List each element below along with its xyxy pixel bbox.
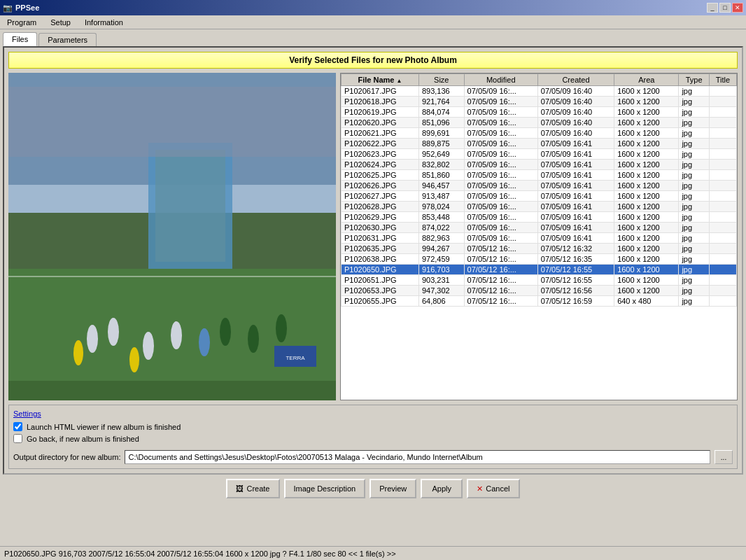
table-cell [709, 233, 736, 244]
table-row[interactable]: P1020620.JPG851,09607/05/09 16:...07/05/… [342, 118, 737, 128]
table-row[interactable]: P1020623.JPG952,64907/05/09 16:...07/05/… [342, 149, 737, 160]
svg-point-16 [276, 314, 287, 342]
table-cell [709, 202, 736, 212]
menu-information[interactable]: Information [80, 18, 127, 27]
table-cell: P1020655.JPG [342, 296, 419, 307]
col-modified[interactable]: Modified [464, 74, 537, 86]
checkbox-row-2: Go back, if new album is finished [13, 434, 733, 443]
table-cell: 1600 x 1200 [614, 181, 679, 191]
table-row[interactable]: P1020635.JPG994,26707/05/12 16:...07/05/… [342, 244, 737, 254]
svg-rect-20 [8, 381, 336, 400]
apply-button[interactable]: Apply [421, 479, 463, 498]
table-cell [709, 170, 736, 181]
close-button[interactable]: ✕ [732, 3, 743, 13]
table-cell: jpg [679, 128, 710, 139]
table-row[interactable]: P1020630.JPG874,02207/05/09 16:...07/05/… [342, 223, 737, 233]
table-cell: P1020628.JPG [342, 202, 419, 212]
preview-button[interactable]: Preview [370, 479, 416, 498]
svg-rect-5 [155, 150, 225, 262]
image-description-button[interactable]: Image Description [284, 479, 366, 498]
svg-text:TERRA: TERRA [286, 355, 305, 361]
table-cell: jpg [679, 86, 710, 97]
table-row[interactable]: P1020629.JPG853,44807/05/09 16:...07/05/… [342, 212, 737, 223]
table-row[interactable]: P1020626.JPG946,45707/05/09 16:...07/05/… [342, 181, 737, 191]
table-cell: 1600 x 1200 [614, 107, 679, 118]
table-cell: jpg [679, 286, 710, 296]
table-header-row: File Name ▲ Size Modified Created Area T… [342, 74, 737, 86]
launch-html-checkbox[interactable] [13, 422, 22, 431]
table-cell: 07/05/09 16:... [464, 128, 537, 139]
col-title[interactable]: Title [709, 74, 736, 86]
col-size[interactable]: Size [418, 74, 464, 86]
table-row[interactable]: P1020617.JPG893,13607/05/09 16:...07/05/… [342, 86, 737, 97]
output-dir-input[interactable] [125, 450, 710, 464]
table-cell: 07/05/09 16:40 [537, 86, 614, 97]
col-area[interactable]: Area [614, 74, 679, 86]
tab-parameters[interactable]: Parameters [38, 33, 97, 46]
table-row[interactable]: P1020650.JPG916,70307/05/12 16:...07/05/… [342, 265, 737, 275]
table-cell: 1600 x 1200 [614, 223, 679, 233]
table-cell: 07/05/09 16:40 [537, 107, 614, 118]
svg-point-11 [199, 328, 210, 356]
table-cell: P1020621.JPG [342, 128, 419, 139]
table-cell: jpg [679, 160, 710, 170]
table-cell: 07/05/12 16:... [464, 265, 537, 275]
table-row[interactable]: P1020638.JPG972,45907/05/12 16:...07/05/… [342, 254, 737, 265]
menu-setup[interactable]: Setup [46, 18, 75, 27]
minimize-button[interactable]: _ [707, 3, 718, 13]
checkbox-row-1: Launch HTML viewer if new album is finis… [13, 422, 733, 431]
create-button[interactable]: 🖼 Create [226, 479, 279, 498]
settings-title[interactable]: Settings [13, 410, 733, 418]
output-dir-row: Output directory for new album: ... [13, 450, 733, 464]
table-cell: jpg [679, 139, 710, 149]
table-row[interactable]: P1020628.JPG978,02407/05/09 16:...07/05/… [342, 202, 737, 212]
table-cell: 07/05/12 16:... [464, 244, 537, 254]
table-cell: jpg [679, 223, 710, 233]
tab-files[interactable]: Files [3, 32, 37, 46]
table-cell: jpg [679, 244, 710, 254]
table-cell: 1600 x 1200 [614, 254, 679, 265]
table-row[interactable]: P1020631.JPG882,96307/05/09 16:...07/05/… [342, 233, 737, 244]
browse-button[interactable]: ... [715, 450, 733, 464]
file-table-container[interactable]: File Name ▲ Size Modified Created Area T… [340, 73, 738, 400]
button-bar: 🖼 Create Image Description Preview Apply… [0, 475, 746, 503]
table-row[interactable]: P1020627.JPG913,48707/05/09 16:...07/05/… [342, 191, 737, 202]
table-cell [709, 86, 736, 97]
table-row[interactable]: P1020624.JPG832,80207/05/09 16:...07/05/… [342, 160, 737, 170]
table-cell: 899,691 [418, 128, 464, 139]
svg-point-9 [143, 332, 154, 360]
col-type[interactable]: Type [679, 74, 710, 86]
table-cell: 1600 x 1200 [614, 212, 679, 223]
title-bar: 📷 PPSee _ □ ✕ [0, 0, 746, 15]
table-row[interactable]: P1020651.JPG903,23107/05/12 16:...07/05/… [342, 275, 737, 286]
table-cell: 851,860 [418, 170, 464, 181]
tab-bar: Files Parameters [0, 29, 746, 46]
cancel-button[interactable]: ✕ Cancel [467, 479, 519, 498]
table-cell: jpg [679, 97, 710, 107]
table-cell [709, 181, 736, 191]
table-row[interactable]: P1020653.JPG947,30207/05/12 16:...07/05/… [342, 286, 737, 296]
table-cell: P1020624.JPG [342, 160, 419, 170]
table-cell [709, 149, 736, 160]
maximize-button[interactable]: □ [719, 3, 731, 13]
table-cell [709, 212, 736, 223]
table-cell: 978,024 [418, 202, 464, 212]
table-row[interactable]: P1020618.JPG921,76407/05/09 16:...07/05/… [342, 97, 737, 107]
table-cell: 07/05/12 16:55 [537, 265, 614, 275]
menu-bar: Program Setup Information [0, 15, 746, 29]
table-row[interactable]: P1020619.JPG884,07407/05/09 16:...07/05/… [342, 107, 737, 118]
table-cell: 07/05/12 16:35 [537, 254, 614, 265]
table-cell: 1600 x 1200 [614, 202, 679, 212]
col-created[interactable]: Created [537, 74, 614, 86]
file-table: File Name ▲ Size Modified Created Area T… [341, 74, 737, 307]
table-cell: 07/05/09 16:41 [537, 223, 614, 233]
table-row[interactable]: P1020621.JPG899,69107/05/09 16:...07/05/… [342, 128, 737, 139]
menu-program[interactable]: Program [3, 18, 41, 27]
col-filename[interactable]: File Name ▲ [342, 74, 419, 86]
go-back-checkbox[interactable] [13, 434, 22, 443]
table-cell: 893,136 [418, 86, 464, 97]
table-row[interactable]: P1020622.JPG889,87507/05/09 16:...07/05/… [342, 139, 737, 149]
table-row[interactable]: P1020625.JPG851,86007/05/09 16:...07/05/… [342, 170, 737, 181]
table-row[interactable]: P1020655.JPG64,80607/05/12 16:...07/05/1… [342, 296, 737, 307]
table-cell: 07/05/09 16:41 [537, 160, 614, 170]
